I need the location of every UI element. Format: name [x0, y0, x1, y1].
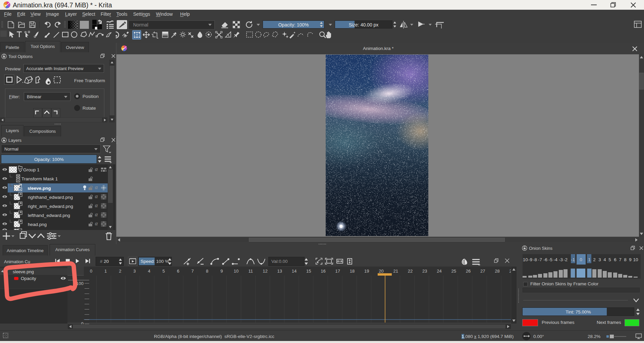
svg-text:8: 8 [624, 257, 627, 262]
svg-text:-9: -9 [528, 257, 532, 262]
svg-text:3: 3 [133, 269, 136, 274]
svg-text:Position: Position [83, 94, 99, 99]
svg-text:7: 7 [192, 269, 194, 274]
svg-text:14: 14 [292, 269, 297, 274]
svg-text:2: 2 [119, 269, 121, 274]
svg-text:15: 15 [306, 269, 311, 274]
svg-text:5: 5 [608, 257, 611, 262]
svg-text:-3: -3 [559, 257, 563, 262]
svg-text:-4: -4 [553, 257, 557, 262]
svg-text:26: 26 [466, 269, 471, 274]
svg-text:sleeve.png: sleeve.png [28, 186, 51, 191]
svg-text:2: 2 [593, 257, 596, 262]
svg-text:lefthand_edward.png: lefthand_edward.png [28, 213, 70, 218]
svg-text:-2: -2 [564, 257, 568, 262]
svg-text:-8: -8 [533, 257, 537, 262]
svg-text:right_arm_edward.png: right_arm_edward.png [28, 204, 73, 209]
svg-text:0: 0 [90, 269, 92, 274]
svg-text:6: 6 [614, 257, 616, 262]
svg-text:0: 0 [580, 257, 582, 262]
svg-text:21: 21 [393, 269, 398, 274]
svg-text:-7: -7 [538, 257, 542, 262]
svg-text:-6: -6 [543, 257, 547, 262]
svg-text:8: 8 [206, 269, 208, 274]
svg-text:1: 1 [588, 257, 591, 262]
svg-text:22: 22 [408, 269, 413, 274]
svg-text:3: 3 [598, 257, 601, 262]
svg-text:17: 17 [335, 269, 340, 274]
svg-text:13: 13 [277, 269, 282, 274]
svg-text:10: 10 [633, 257, 638, 262]
svg-text:righthand_edward.png: righthand_edward.png [28, 195, 73, 200]
svg-text:12: 12 [263, 269, 267, 274]
svg-text:11: 11 [248, 269, 253, 274]
svg-text:5: 5 [162, 269, 165, 274]
svg-text:24: 24 [437, 269, 441, 274]
svg-text:6: 6 [177, 269, 179, 274]
svg-text:1: 1 [104, 269, 107, 274]
svg-text:25: 25 [451, 269, 456, 274]
svg-text:9: 9 [629, 257, 632, 262]
svg-text:-10: -10 [523, 257, 528, 262]
svg-text:7: 7 [619, 257, 622, 262]
svg-text:19: 19 [364, 269, 369, 274]
svg-text:Rotate: Rotate [83, 106, 96, 111]
svg-text:Normal: Normal [133, 22, 148, 27]
svg-text:27: 27 [480, 269, 485, 274]
svg-text:head.png: head.png [28, 222, 47, 227]
svg-text:16: 16 [321, 269, 325, 274]
svg-text:-5: -5 [548, 257, 552, 262]
svg-text:29: 29 [509, 269, 511, 274]
svg-text:18: 18 [350, 269, 355, 274]
svg-text:4: 4 [148, 269, 150, 274]
svg-text:4: 4 [603, 257, 606, 262]
svg-text:28: 28 [495, 269, 499, 274]
svg-text:Group 1: Group 1 [23, 167, 40, 172]
svg-text:10: 10 [234, 269, 238, 274]
svg-text:-1: -1 [571, 257, 575, 262]
svg-text:20: 20 [379, 269, 383, 274]
svg-text:23: 23 [422, 269, 427, 274]
svg-text:Transform Mask 1: Transform Mask 1 [21, 176, 58, 181]
svg-text:Free Transform: Free Transform [74, 78, 105, 83]
svg-text:9: 9 [220, 269, 223, 274]
